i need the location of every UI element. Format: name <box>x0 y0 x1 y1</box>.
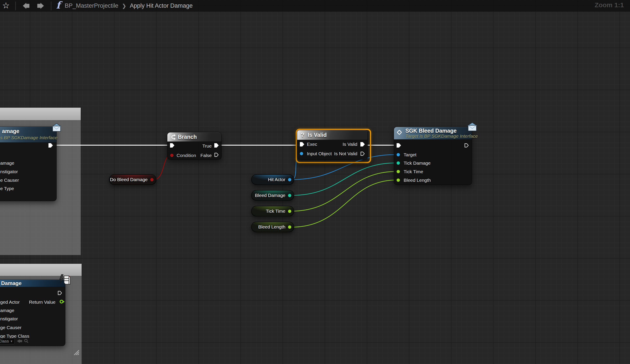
node-partial-apply-damage[interactable]: Damage ged Actor Return Value amage nsti… <box>0 280 65 346</box>
question-icon: ? <box>301 132 304 139</box>
pin-label: amage <box>0 160 14 166</box>
forward-arrow-icon[interactable] <box>37 3 44 9</box>
pin-label: Condition <box>176 153 196 158</box>
variable-pill-do-bleed-damage[interactable]: Do Bleed Damage <box>109 174 156 185</box>
envelope-icon <box>52 123 62 132</box>
float-wire <box>291 180 396 227</box>
input-object-pin[interactable] <box>300 152 303 155</box>
node-title: Branch <box>178 134 197 140</box>
pill-label: Bleed Damage <box>255 193 286 198</box>
lightning-box-icon <box>58 274 71 286</box>
node-is-valid[interactable]: ? Is Valid Exec Is Valid Input Object Is… <box>297 130 368 160</box>
pin-label: amage <box>0 308 14 313</box>
pin-label: ge Causer <box>0 325 22 331</box>
favorite-star-icon[interactable]: ☆ <box>2 1 10 10</box>
toolbar-divider <box>51 1 51 10</box>
breadcrumb-root[interactable]: BP_MasterProjectile <box>65 2 118 9</box>
float-out-pin[interactable] <box>288 225 291 229</box>
blueprint-graph-canvas[interactable]: amage s BP SGKDamage Interface amage nst… <box>0 0 630 364</box>
pin-label: Input Object <box>307 151 332 157</box>
float-out-pin[interactable] <box>288 194 291 197</box>
exec-out-pin[interactable] <box>48 143 53 148</box>
node-subtitle: Target is BP SGKDamage Interface <box>406 134 478 139</box>
pin-label: e Causer <box>0 177 19 183</box>
tick-damage-pin[interactable] <box>396 161 400 165</box>
back-arrow-icon[interactable] <box>23 3 30 9</box>
pin-label: Bleed Length <box>404 177 431 183</box>
node-sgk-bleed-damage[interactable]: SGK Bleed Damage Target is BP SGKDamage … <box>394 127 472 185</box>
float-wire <box>291 171 396 211</box>
return-value-pin[interactable] <box>60 300 64 304</box>
pill-label: Do Bleed Damage <box>110 177 148 182</box>
node-subtitle: s BP SGKDamage Interface <box>0 135 58 140</box>
pill-label: Tick Time <box>266 209 286 214</box>
breadcrumb-current[interactable]: Apply Hit Actor Damage <box>130 2 193 9</box>
toolbar-divider <box>15 1 16 10</box>
pin-label: False <box>200 153 212 158</box>
exec-in-pin[interactable] <box>396 143 401 148</box>
variable-pill-tick-time[interactable]: Tick Time <box>251 206 294 216</box>
pin-label: Exec <box>307 141 317 147</box>
exec-in-pin[interactable] <box>300 142 304 146</box>
dropdown-value: Class <box>0 339 9 344</box>
branch-icon <box>170 134 176 140</box>
pin-label: e Type <box>0 186 14 191</box>
pin-label: Tick Time <box>404 169 423 175</box>
pin-label: ged Actor <box>0 299 20 305</box>
exec-out-pin[interactable] <box>464 143 469 148</box>
pin-label: Is Not Valid <box>334 151 357 157</box>
diamond-icon <box>396 130 402 135</box>
pin-label: Is Valid <box>343 141 357 147</box>
chevron-separator-icon: ❯ <box>122 3 126 9</box>
tick-time-pin[interactable] <box>396 170 400 173</box>
variable-pill-bleed-length[interactable]: Bleed Length <box>251 222 294 232</box>
is-not-valid-exec-out-pin[interactable] <box>360 151 365 156</box>
float-wire <box>291 163 396 195</box>
dropdown-caret-icon: ▾ <box>10 339 12 343</box>
pin-label: Return Value <box>29 299 56 305</box>
false-exec-out-pin[interactable] <box>214 153 219 157</box>
pin-label: Tick Damage <box>404 160 430 166</box>
bleed-length-pin[interactable] <box>396 178 400 182</box>
target-pin[interactable] <box>396 153 400 156</box>
pin-label: nstigator <box>0 169 18 175</box>
bool-out-pin[interactable] <box>150 178 154 181</box>
pin-label: Target <box>404 152 416 158</box>
node-branch[interactable]: Branch Condition True False <box>167 132 222 160</box>
float-out-pin[interactable] <box>288 210 291 213</box>
node-title: Is Valid <box>308 132 327 138</box>
zoom-level-indicator: Zoom 1:1 <box>595 1 624 9</box>
envelope-icon <box>467 122 478 132</box>
pin-label: True <box>202 143 212 149</box>
wire-layer <box>0 0 630 364</box>
is-valid-exec-out-pin[interactable] <box>360 142 365 146</box>
condition-pin[interactable] <box>170 154 174 157</box>
node-title: SGK Bleed Damage <box>406 128 456 134</box>
node-title: amage <box>2 128 19 134</box>
node-is-valid-selection[interactable]: ? Is Valid Exec Is Valid Input Object Is… <box>296 129 371 163</box>
variable-pill-bleed-damage[interactable]: Bleed Damage <box>251 190 294 201</box>
object-out-pin[interactable] <box>288 178 291 181</box>
graph-toolbar: ☆ f BP_MasterProjectile ❯ Apply Hit Acto… <box>0 0 630 12</box>
node-partial-damage-interface-call[interactable]: amage s BP SGKDamage Interface amage nst… <box>0 126 56 201</box>
function-icon: f <box>56 0 60 11</box>
node-title: Damage <box>1 280 22 286</box>
reset-arrow-icon[interactable] <box>17 339 22 343</box>
exec-out-pin[interactable] <box>58 291 62 295</box>
magnifier-icon[interactable] <box>24 339 29 343</box>
pill-label: Hit Actor <box>268 177 286 182</box>
comment-header[interactable] <box>0 108 81 120</box>
class-select-dropdown[interactable]: Class ▾ <box>0 338 15 344</box>
pin-label: nstigator <box>0 316 18 322</box>
pill-label: Bleed Length <box>258 224 286 230</box>
variable-pill-hit-actor[interactable]: Hit Actor <box>251 174 294 185</box>
true-exec-out-pin[interactable] <box>214 143 219 148</box>
exec-in-pin[interactable] <box>170 143 174 148</box>
